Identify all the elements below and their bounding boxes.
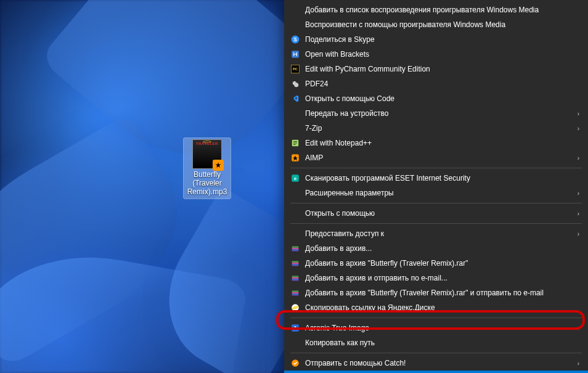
context-menu: Добавить в список воспроизведения проигр… — [284, 0, 588, 373]
menu-item-label: AIMP — [305, 154, 573, 162]
menu-separator — [290, 353, 582, 353]
winrar-icon — [290, 258, 300, 268]
file-thumbnail: TRAVELER — [192, 139, 222, 169]
menu-item-label: Открыть с помощью — [305, 209, 573, 218]
submenu-arrow-icon: › — [573, 125, 579, 132]
menu-item-label: Копировать как путь — [305, 338, 573, 347]
submenu-arrow-icon: › — [573, 231, 579, 237]
menu-item[interactable]: Копировать как путь — [284, 335, 588, 350]
svg-text:e: e — [294, 176, 296, 181]
menu-item[interactable]: Добавить в архив и отправить по e-mail..… — [284, 271, 588, 285]
svg-rect-22 — [292, 276, 299, 277]
blank — [290, 208, 300, 218]
submenu-arrow-icon: › — [573, 155, 579, 162]
catch-icon — [290, 358, 300, 368]
vscode-icon — [290, 94, 300, 104]
menu-item[interactable]: Добавить в список воспроизведения проигр… — [284, 2, 588, 17]
acronis-icon: A — [290, 323, 300, 333]
svg-point-8 — [295, 83, 295, 83]
eset-icon: e — [290, 173, 300, 183]
menu-item[interactable]: Открыть с помощью› — [284, 206, 588, 221]
submenu-arrow-icon: › — [573, 360, 579, 367]
menu-item-label: Edit with PyCharm Community Edition — [305, 65, 573, 73]
blank — [290, 188, 300, 198]
menu-item-label: Edit with Notepad++ — [305, 139, 573, 147]
menu-item-label: PDF24 — [305, 80, 573, 88]
menu-item-label: Скопировать ссылку на Яндекс.Диске — [305, 303, 573, 312]
menu-separator — [290, 318, 582, 318]
menu-item-label: Воспроизвести с помощью проигрывателя Wi… — [305, 20, 573, 29]
menu-item[interactable]: eСканировать программой ESET Internet Se… — [284, 171, 588, 186]
menu-item[interactable]: Отправить с помощью Catch!› — [284, 356, 588, 371]
menu-item[interactable]: Добавить в архив... — [284, 241, 588, 256]
blank — [290, 123, 300, 133]
pdf24-icon — [290, 79, 300, 89]
menu-item[interactable]: SПоделиться в Skype — [284, 32, 588, 47]
menu-item[interactable]: AAcronis True Image› — [284, 321, 588, 335]
menu-item[interactable]: Добавить в архив "Butterfly (Traveler Re… — [284, 285, 588, 300]
svg-point-7 — [293, 83, 294, 83]
svg-rect-20 — [292, 264, 299, 265]
svg-text:PC: PC — [293, 67, 298, 71]
blank — [290, 109, 300, 118]
yadisk-icon — [290, 303, 300, 313]
menu-item-label: Добавить в архив и отправить по e-mail..… — [305, 274, 573, 282]
svg-text:S: S — [293, 37, 297, 43]
submenu-arrow-icon: › — [573, 325, 579, 332]
menu-item-label: Предоставить доступ к — [305, 229, 573, 238]
menu-item-label: Поделиться в Skype — [305, 35, 573, 44]
menu-item-label: Добавить в архив "Butterfly (Traveler Re… — [305, 259, 573, 268]
winrar-icon — [290, 288, 300, 298]
svg-rect-15 — [292, 248, 299, 249]
svg-rect-16 — [292, 249, 299, 250]
svg-rect-19 — [292, 263, 299, 264]
menu-item[interactable]: Скопировать ссылку на Яндекс.Диске — [284, 300, 588, 315]
menu-item[interactable]: Open with Brackets — [284, 47, 588, 62]
submenu-arrow-icon: › — [573, 110, 579, 117]
submenu-arrow-icon: › — [573, 210, 579, 217]
menu-item[interactable]: 7-Zip› — [284, 121, 588, 136]
menu-item-label: Передать на устройство — [305, 109, 573, 118]
menu-item-label: Открыть с помощью Code — [305, 94, 573, 103]
svg-rect-23 — [292, 277, 299, 279]
menu-item-label: Расширенные параметры — [305, 189, 573, 197]
menu-item-label: Сканировать программой ESET Internet Sec… — [305, 174, 573, 182]
desktop-file[interactable]: TRAVELER Butterfly (Traveler Remix).mp3 — [184, 138, 231, 199]
svg-rect-24 — [292, 279, 299, 280]
menu-item[interactable]: PDF24 — [284, 76, 588, 91]
svg-point-6 — [294, 83, 298, 87]
winrar-icon — [290, 273, 300, 283]
menu-item[interactable]: Скопировать в облако — [284, 371, 588, 373]
svg-rect-28 — [292, 293, 299, 295]
menu-item[interactable]: Edit with Notepad++ — [284, 136, 588, 150]
menu-item[interactable]: Воспроизвести с помощью проигрывателя Wi… — [284, 17, 588, 32]
menu-item-label: Добавить в архив... — [305, 244, 573, 253]
blank — [290, 229, 300, 239]
svg-point-33 — [292, 359, 299, 367]
file-label: Butterfly (Traveler Remix).mp3 — [184, 170, 230, 196]
blank — [290, 338, 300, 348]
menu-item-label: Open with Brackets — [305, 50, 573, 59]
menu-item[interactable]: Передать на устройство› — [284, 106, 588, 121]
svg-rect-18 — [292, 261, 299, 263]
menu-item[interactable]: Расширенные параметры› — [284, 186, 588, 200]
svg-text:A: A — [293, 326, 297, 331]
menu-item-label: Добавить в список воспроизведения проигр… — [305, 6, 573, 14]
skype-icon: S — [290, 35, 300, 44]
submenu-arrow-icon: › — [573, 190, 579, 197]
winrar-icon — [290, 244, 300, 253]
menu-item-label: Отправить с помощью Catch! — [305, 359, 573, 367]
svg-rect-27 — [292, 292, 299, 293]
aimp-icon — [290, 153, 300, 163]
blank — [290, 5, 300, 15]
menu-item[interactable]: Предоставить доступ к› — [284, 226, 588, 241]
pycharm-icon: PC — [290, 64, 300, 74]
thumbnail-album-text: TRAVELER — [193, 142, 221, 146]
menu-item[interactable]: AIMP› — [284, 150, 588, 165]
menu-item[interactable]: Открыть с помощью Code — [284, 91, 588, 106]
menu-item[interactable]: PCEdit with PyCharm Community Edition — [284, 62, 588, 76]
menu-separator — [290, 203, 582, 203]
brackets-icon — [290, 49, 300, 59]
notepadpp-icon — [290, 138, 300, 148]
menu-item[interactable]: Добавить в архив "Butterfly (Traveler Re… — [284, 256, 588, 271]
